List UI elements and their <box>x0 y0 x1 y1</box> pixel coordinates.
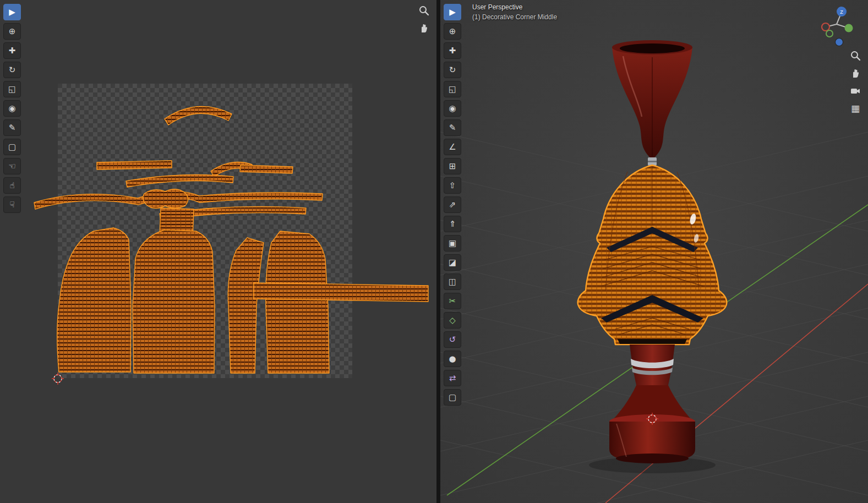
uv-islands-layer[interactable] <box>0 0 436 503</box>
edge-slide-icon: ⇄ <box>449 374 456 382</box>
tweak-select-tool[interactable]: ▶ <box>3 4 21 20</box>
bevel-icon: ◪ <box>449 259 456 267</box>
extrude-individual-icon: ⇑ <box>449 220 456 228</box>
spin-icon: ↺ <box>449 336 456 344</box>
relax-finger-tool[interactable]: ☝ <box>3 177 21 194</box>
poly-build-icon: ◇ <box>449 316 456 325</box>
viewport-3d[interactable]: User Perspective (1) Decorative Corner M… <box>440 0 868 503</box>
uv-island <box>266 231 329 373</box>
tweak-select-tool[interactable]: ▶ <box>444 4 461 20</box>
uv-island <box>165 106 232 125</box>
uv-editor-viewport[interactable]: ▶ ⊕ ✚ ↻ ◱ ◉ ✎ ▢ ☜ ☝ ☟ <box>0 0 436 503</box>
scale-tool[interactable]: ◱ <box>444 81 461 97</box>
editor-divider[interactable] <box>436 0 440 503</box>
uv-island <box>240 165 293 173</box>
uv-2d-cursor <box>52 373 64 385</box>
move-tool[interactable]: ✚ <box>444 42 461 59</box>
view3d-controls: ▦ <box>849 50 861 114</box>
move-icon: ✚ <box>449 47 456 55</box>
camera-view-icon[interactable] <box>849 85 861 97</box>
viewport-header: User Perspective (1) Decorative Corner M… <box>472 3 557 21</box>
hand-icon: ☜ <box>8 162 15 171</box>
add-cube-icon: ⊞ <box>449 162 456 171</box>
transform-tool[interactable]: ◉ <box>444 100 461 117</box>
rotate-tool[interactable]: ↻ <box>444 62 461 78</box>
spin-tool[interactable]: ↺ <box>444 331 461 348</box>
active-object-label: (1) Decorative Corner Middle <box>472 13 557 21</box>
zoom-icon[interactable] <box>418 4 430 17</box>
uv-island <box>228 238 264 373</box>
smooth-icon: ● <box>449 355 456 363</box>
loop-cut-tool[interactable]: ◫ <box>444 274 461 290</box>
pan-hand-icon[interactable] <box>849 67 861 79</box>
uv-view-controls <box>418 4 430 34</box>
annotate-tool[interactable]: ✎ <box>3 119 21 136</box>
view3d-toolbar: ▶ ⊕ ✚ ↻ ◱ ◉ ✎ ∠ ⊞ ⇧ ⇗ ⇑ ▣ ◪ ◫ ✂ ◇ ↺ ● ⇄ … <box>444 4 461 406</box>
gizmo-minus-z-dot[interactable] <box>836 39 843 46</box>
edge-slide-tool[interactable]: ⇄ <box>444 370 461 386</box>
sculpt-grab-tool[interactable]: ▢ <box>3 139 21 155</box>
orientation-gizmo[interactable]: Z <box>818 4 855 41</box>
rotate-icon: ↻ <box>9 66 16 74</box>
scale-icon: ◱ <box>8 85 16 94</box>
measure-icon: ∠ <box>449 143 456 151</box>
inset-faces-icon: ▣ <box>449 239 456 248</box>
sculpt-grab-icon: ▢ <box>8 143 16 151</box>
finger-icon: ☝ <box>9 182 14 190</box>
pinch-icon: ☟ <box>9 201 14 209</box>
view-perspective-label: User Perspective <box>472 3 557 11</box>
pinch-tool[interactable]: ☟ <box>3 196 21 213</box>
move-tool[interactable]: ✚ <box>3 42 21 59</box>
loop-cut-icon: ◫ <box>449 278 456 286</box>
bevel-tool[interactable]: ◪ <box>444 254 461 271</box>
gizmo-z-label: Z <box>840 9 843 15</box>
inset-faces-tool[interactable]: ▣ <box>444 235 461 252</box>
uv-islands <box>34 106 428 373</box>
pan-hand-icon[interactable] <box>418 22 430 34</box>
gizmo-x-axis[interactable] <box>822 23 829 31</box>
cursor-icon: ⊕ <box>449 28 456 36</box>
stem-lower <box>630 345 675 385</box>
extrude-normals-tool[interactable]: ⇗ <box>444 196 461 213</box>
uv-island <box>57 228 131 372</box>
scene-layer[interactable] <box>440 0 868 503</box>
transform-icon: ◉ <box>8 105 15 113</box>
annotate-icon: ✎ <box>9 124 16 132</box>
scale-icon: ◱ <box>449 85 456 94</box>
scale-tool[interactable]: ◱ <box>3 81 21 97</box>
gizmo-y-neg-axis[interactable] <box>826 30 833 37</box>
decorative-corner-mesh[interactable] <box>578 40 727 463</box>
cursor-tool[interactable]: ⊕ <box>444 23 461 40</box>
pan-hand-tool[interactable]: ☜ <box>3 158 21 174</box>
ortho-grid-icon[interactable]: ▦ <box>849 102 861 114</box>
goblet-top <box>612 40 692 166</box>
cursor-tool[interactable]: ⊕ <box>3 23 21 40</box>
tweak-select-icon: ▶ <box>449 8 456 17</box>
extrude-normals-icon: ⇗ <box>449 201 456 209</box>
gizmo-y-axis[interactable] <box>845 24 853 32</box>
transform-tool[interactable]: ◉ <box>3 100 21 117</box>
move-icon: ✚ <box>9 47 16 55</box>
poly-build-tool[interactable]: ◇ <box>444 312 461 329</box>
uv-island <box>254 283 428 302</box>
uv-island <box>143 189 188 209</box>
annotate-tool[interactable]: ✎ <box>444 119 461 136</box>
extrude-individual-tool[interactable]: ⇑ <box>444 216 461 232</box>
uv-island <box>126 174 233 187</box>
extrude-region-tool[interactable]: ⇧ <box>444 177 461 194</box>
rotate-icon: ↻ <box>449 66 456 74</box>
measure-tool[interactable]: ∠ <box>444 139 461 155</box>
knife-tool[interactable]: ✂ <box>444 293 461 309</box>
shrink-fatten-tool[interactable]: ▢ <box>444 389 461 406</box>
shrink-fatten-icon: ▢ <box>449 393 456 402</box>
smooth-tool[interactable]: ● <box>444 351 461 367</box>
bell-middle-selected <box>578 165 727 345</box>
add-cube-tool[interactable]: ⊞ <box>444 158 461 174</box>
rotate-tool[interactable]: ↻ <box>3 62 21 78</box>
uv-toolbar: ▶ ⊕ ✚ ↻ ◱ ◉ ✎ ▢ ☜ ☝ ☟ <box>3 4 21 213</box>
uv-island <box>133 230 215 373</box>
annotate-icon: ✎ <box>449 124 456 132</box>
cursor-icon: ⊕ <box>9 28 16 36</box>
tweak-select-icon: ▶ <box>9 8 15 17</box>
zoom-icon[interactable] <box>849 50 861 62</box>
